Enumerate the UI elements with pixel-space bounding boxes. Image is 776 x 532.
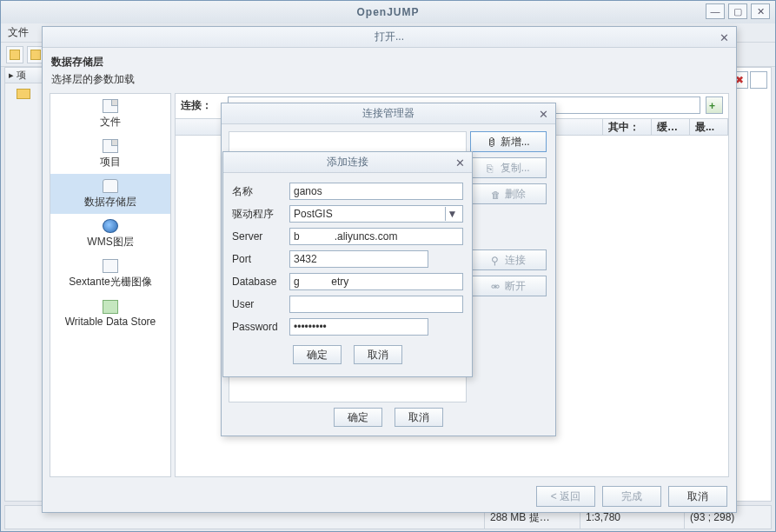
server-input[interactable]: [289, 228, 463, 245]
ac-ok-button[interactable]: 确定: [293, 345, 342, 364]
category-writable[interactable]: Writable Data Store: [50, 294, 170, 334]
user-label: User: [232, 298, 284, 310]
name-label: 名称: [232, 184, 284, 199]
cm-ok-button[interactable]: 确定: [334, 408, 382, 427]
connection-manager-title: 连接管理器 ✕: [222, 103, 555, 124]
col-cache[interactable]: 缓…: [652, 119, 690, 135]
add-connection-title: 添加连接 ✕: [223, 152, 472, 173]
plus-icon: [709, 100, 720, 110]
cm-cancel-button[interactable]: 取消: [395, 408, 443, 427]
col-where[interactable]: 其中：: [603, 119, 652, 135]
disconnect-button[interactable]: 断开: [470, 276, 547, 296]
add-connection-title-text: 添加连接: [327, 155, 368, 170]
open-header: 数据存储层: [51, 55, 727, 70]
add-connection-close-icon[interactable]: ✕: [453, 156, 467, 170]
back-button[interactable]: < 返回: [536, 486, 595, 507]
copy-icon: [487, 163, 497, 173]
maximize-button[interactable]: ▢: [728, 3, 747, 19]
raster-icon: [103, 259, 118, 273]
ac-cancel-button[interactable]: 取消: [354, 345, 402, 364]
db-add-icon: 🛢: [487, 136, 497, 147]
writable-icon: [103, 300, 118, 314]
connect-button[interactable]: 连接: [470, 249, 547, 270]
project-panel: ▸ 项: [4, 67, 43, 502]
minimize-button[interactable]: —: [706, 3, 725, 19]
connect-label: 连接：: [181, 98, 222, 113]
category-wms[interactable]: WMS图层: [50, 214, 170, 254]
category-sextante[interactable]: Sextante光栅图像: [50, 254, 170, 294]
copy-connection-button[interactable]: 复制...: [470, 157, 547, 178]
delete-icon: [491, 189, 501, 199]
database-label: Database: [232, 276, 284, 288]
file-icon: [103, 99, 118, 113]
name-input[interactable]: [289, 183, 463, 200]
disconnect-icon: [491, 281, 501, 291]
folder-icon: [17, 89, 30, 99]
connection-manager-title-text: 连接管理器: [362, 106, 415, 121]
project-icon: [103, 139, 118, 153]
add-connection-dialog: 添加连接 ✕ 名称 驱动程序 PostGIS▼ Server Port Data…: [222, 151, 473, 377]
driver-label: 驱动程序: [232, 207, 284, 222]
add-connection-button[interactable]: [706, 96, 723, 114]
close-button[interactable]: ✕: [751, 3, 770, 19]
database-input[interactable]: [289, 273, 463, 290]
finish-button[interactable]: 完成: [602, 486, 661, 507]
category-list: 文件 项目 数据存储层 WMS图层 Sextante光栅图像 Writable …: [50, 93, 171, 477]
datastore-icon: [103, 179, 118, 193]
menu-file[interactable]: 文件: [8, 25, 29, 40]
server-label: Server: [232, 230, 284, 243]
open-subheader: 选择层的参数加载: [51, 72, 727, 87]
project-panel-header[interactable]: ▸ 项: [5, 68, 42, 83]
connect-icon: [491, 255, 501, 265]
new-connection-button[interactable]: 🛢 新增...: [470, 131, 547, 152]
delete-connection-button[interactable]: 删除: [470, 183, 547, 204]
project-tree-item[interactable]: [5, 83, 42, 104]
driver-value: PostGIS: [294, 208, 333, 220]
open-dialog-title-text: 打开...: [375, 30, 404, 44]
category-project[interactable]: 项目: [50, 134, 170, 174]
category-datastore[interactable]: 数据存储层: [50, 174, 170, 214]
port-input[interactable]: [289, 250, 428, 268]
app-titlebar: OpenJUMP — ▢ ✕: [1, 1, 775, 23]
password-input[interactable]: [289, 318, 428, 336]
connection-manager-close-icon[interactable]: ✕: [536, 107, 550, 121]
category-file[interactable]: 文件: [50, 94, 170, 134]
chevron-down-icon: ▼: [445, 207, 459, 221]
cancel-button[interactable]: 取消: [668, 486, 727, 507]
app-title: OpenJUMP: [356, 6, 419, 18]
open-dialog-title: 打开... ✕: [43, 27, 736, 48]
driver-select[interactable]: PostGIS▼: [289, 205, 463, 223]
port-label: Port: [232, 253, 284, 265]
password-label: Password: [232, 321, 284, 333]
open-dialog-close-icon[interactable]: ✕: [717, 30, 731, 44]
map-tool-icon-2[interactable]: [750, 71, 767, 89]
col-last[interactable]: 最...: [690, 119, 728, 135]
user-input[interactable]: [289, 296, 463, 313]
globe-icon: [103, 219, 118, 233]
new-icon[interactable]: [6, 46, 23, 63]
